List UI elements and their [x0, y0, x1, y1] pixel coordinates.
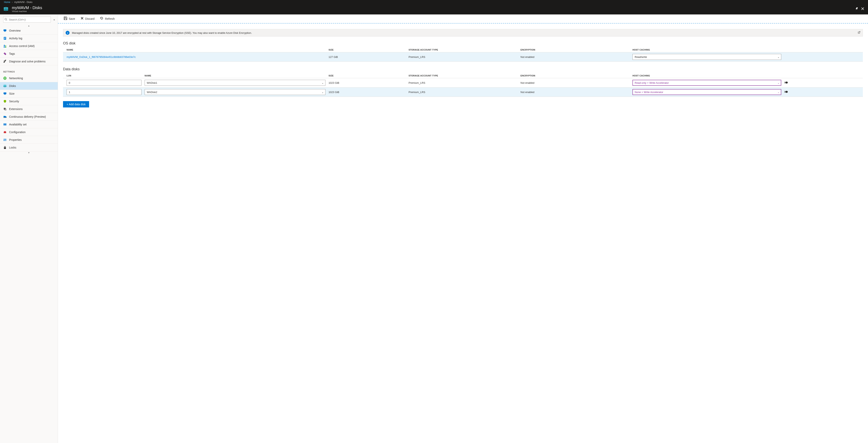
sidebar-item-label: Disks [9, 84, 16, 88]
disk-size: 1023 GiB [327, 78, 407, 88]
search-input[interactable] [3, 17, 51, 23]
disk-caching-value: None + Write Accelerator [634, 91, 663, 94]
sidebar-item-label: Continuous delivery (Preview) [9, 115, 46, 118]
svg-point-28 [5, 117, 6, 118]
svg-point-27 [4, 117, 4, 118]
svg-point-13 [5, 45, 6, 46]
lun-input[interactable]: 1 [67, 89, 142, 95]
info-banner-text: Managed disks created since June 10, 201… [72, 31, 252, 34]
disk-caching-dropdown[interactable]: None + Write Accelerator⌄ [632, 89, 781, 95]
extensions-icon [3, 107, 7, 111]
write-accelerator-icon[interactable] [784, 91, 788, 94]
breadcrumb-home[interactable]: Home [4, 1, 10, 4]
col-encryption: ENCRYPTION [519, 48, 631, 52]
col-name: NAME [143, 73, 327, 78]
disk-name-dropdown[interactable]: WADisk2⌄ [145, 89, 326, 95]
col-size: SIZE [327, 73, 407, 78]
disk-encryption: Not enabled [519, 88, 631, 97]
sidebar-item-disks[interactable]: Disks [0, 82, 58, 90]
availability-set-icon [3, 123, 7, 126]
svg-rect-7 [4, 31, 5, 32]
sidebar-item-availability-set[interactable]: Availability set [0, 121, 58, 128]
refresh-icon [100, 17, 103, 21]
col-encryption: ENCRYPTION [519, 73, 631, 78]
svg-point-1 [5, 8, 7, 8]
save-button[interactable]: Save [64, 17, 75, 21]
breadcrumb-current: myWAVM - Disks [14, 1, 32, 4]
refresh-button[interactable]: Refresh [100, 17, 115, 21]
diagnose-icon [3, 60, 7, 63]
data-disk-row: 0 WADisk1⌄ 1023 GiB Premium_LRS Not enab… [63, 78, 863, 88]
save-label: Save [69, 17, 75, 20]
external-link-icon[interactable] [858, 31, 860, 35]
os-disk-section-title: OS disk [63, 41, 863, 45]
page-subtitle: Virtual machine [12, 10, 852, 12]
sidebar-item-extensions[interactable]: Extensions [0, 105, 58, 113]
disk-name-value: WADisk1 [147, 82, 157, 84]
disk-size: 1023 GiB [327, 88, 407, 97]
svg-rect-10 [4, 38, 6, 38]
properties-icon [3, 138, 7, 141]
col-lun: LUN [63, 73, 143, 78]
col-storage: STORAGE ACCOUNT TYPE [407, 48, 519, 52]
info-icon: i [66, 31, 69, 35]
sidebar-item-configuration[interactable]: Configuration [0, 128, 58, 136]
sidebar-item-label: Access control (IAM) [9, 44, 35, 48]
sidebar-item-label: Tags [9, 52, 15, 55]
breadcrumb-sep: › [12, 1, 13, 4]
disk-name-dropdown[interactable]: WADisk1⌄ [145, 80, 326, 86]
svg-rect-40 [4, 147, 6, 149]
activity-log-icon [3, 36, 7, 40]
os-disk-name-link[interactable]: myWAVM_OsDisk_1_f8678795084e451c8bfdb837… [67, 56, 136, 59]
sidebar-item-label: Locks [9, 146, 17, 149]
scroll-up-icon[interactable]: ▲ [0, 25, 58, 27]
info-banner: i Managed disks created since June 10, 2… [63, 29, 863, 36]
svg-rect-32 [4, 131, 6, 133]
size-icon [3, 92, 7, 95]
sidebar-item-continuous-delivery-preview-[interactable]: Continuous delivery (Preview) [0, 113, 58, 121]
disk-caching-dropdown[interactable]: Read-only + Write Accelerator⌄ [632, 80, 781, 86]
svg-rect-29 [4, 123, 4, 125]
overview-icon [3, 29, 7, 32]
os-disk-row: myWAVM_OsDisk_1_f8678795084e451c8bfdb837… [63, 52, 863, 62]
sidebar-item-overview[interactable]: Overview [0, 27, 58, 35]
os-disk-caching-dropdown[interactable]: Read/write ⌄ [632, 54, 781, 60]
sidebar-item-diagnose-and-solve-problems[interactable]: Diagnose and solve problems [0, 58, 58, 65]
chevron-down-icon: ⌄ [322, 91, 324, 94]
discard-label: Discard [85, 17, 94, 20]
sidebar-item-access-control-iam-[interactable]: Access control (IAM) [0, 42, 58, 50]
discard-button[interactable]: Discard [81, 17, 94, 21]
chevron-down-icon: ⌄ [777, 56, 779, 59]
sidebar-item-size[interactable]: Size [0, 90, 58, 98]
search-icon [4, 18, 7, 21]
svg-rect-11 [4, 39, 5, 39]
refresh-label: Refresh [105, 17, 115, 20]
close-icon[interactable] [861, 7, 864, 11]
svg-rect-9 [4, 37, 6, 38]
pin-icon[interactable] [855, 7, 858, 11]
add-data-disk-button[interactable]: + Add data disk [63, 101, 89, 107]
sidebar-item-tags[interactable]: Tags [0, 50, 58, 58]
discard-icon [81, 17, 84, 21]
sidebar-item-locks[interactable]: Locks [0, 144, 58, 152]
svg-rect-34 [4, 139, 4, 141]
svg-point-14 [4, 53, 4, 53]
disk-encryption: Not enabled [519, 78, 631, 88]
svg-rect-33 [4, 131, 5, 132]
svg-point-19 [4, 85, 5, 86]
sidebar-item-security[interactable]: Security [0, 98, 58, 105]
sidebar-item-networking[interactable]: Networking [0, 74, 58, 82]
col-size: SIZE [327, 48, 407, 52]
sidebar-item-label: Diagnose and solve problems [9, 60, 45, 63]
sidebar-item-activity-log[interactable]: Activity log [0, 35, 58, 42]
sidebar-section-settings: SETTINGS [0, 65, 58, 74]
scroll-down-icon[interactable]: ▼ [0, 152, 58, 154]
collapse-sidebar-icon[interactable]: « [53, 18, 56, 22]
sidebar-item-label: Overview [9, 29, 21, 32]
write-accelerator-icon[interactable] [784, 81, 788, 84]
access-control-icon [3, 44, 7, 48]
sidebar-item-properties[interactable]: Properties [0, 136, 58, 144]
sidebar-item-label: Networking [9, 76, 23, 80]
lun-input[interactable]: 0 [67, 80, 142, 86]
disk-caching-value: Read-only + Write Accelerator [634, 82, 669, 84]
